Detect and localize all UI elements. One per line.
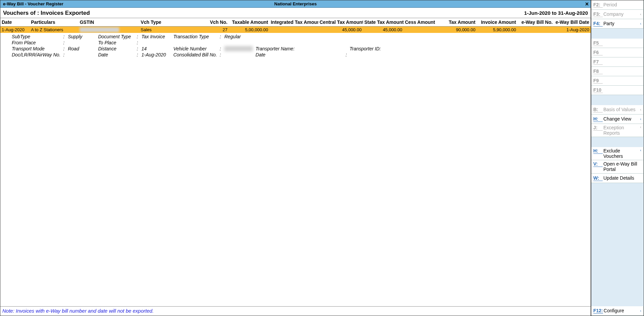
btn-f5: F5	[591, 39, 644, 48]
btn-f7: F7	[591, 57, 644, 67]
val-transporterid	[382, 46, 412, 52]
sidebar-spacer	[591, 95, 644, 105]
sidebar: F2:Period F3:Company ‹ F4:Party ‹ F5 F6 …	[591, 0, 644, 316]
val-distance: 14	[140, 46, 172, 52]
grid-header-row: Date Particulars GSTIN Vch Type Vch No. …	[0, 18, 591, 27]
val-subtype: Supply	[66, 34, 97, 40]
report-title: Vouchers of : Invoices Exported	[3, 10, 90, 16]
sidebar-spacer	[591, 137, 644, 147]
titlebar: e-Way Bill - Voucher Register National E…	[0, 0, 591, 8]
lbl-txntype: Transaction Type	[172, 34, 218, 40]
lbl-subtype: SubType	[10, 34, 62, 40]
val-docdate: 1-Aug-2020	[140, 52, 172, 58]
cell-sgst: 45,000.00	[363, 27, 404, 33]
lbl-transportername: Transporter Name:	[254, 46, 308, 52]
val-toplace	[140, 40, 172, 46]
lbl-transporterid: Transporter ID:	[348, 46, 382, 52]
cell-igst	[269, 27, 318, 33]
col-vchtype: Vch Type	[139, 18, 192, 27]
titlebar-company: National Enterprises	[274, 1, 317, 6]
cell-invamt: 5,90,000.00	[477, 27, 517, 33]
btn-f9: F9	[591, 76, 644, 86]
val-txntype: Regular	[223, 34, 254, 40]
val-transportmode: Road	[66, 46, 97, 52]
btn-j-exception[interactable]: J:Exception Reports ‹	[591, 124, 644, 137]
lbl-distance: Distance	[97, 46, 135, 52]
btn-f8: F8	[591, 67, 644, 76]
chevron-left-icon: ‹	[640, 12, 641, 16]
val-doctype: Tax Invoice	[140, 34, 172, 40]
cell-party: A to Z Stationers	[30, 27, 78, 33]
cell-ewbno	[517, 27, 554, 33]
col-taxable: Taxable Amount	[229, 18, 269, 27]
col-taxamt: Tax Amount	[436, 18, 477, 27]
btn-w-update[interactable]: W:Update Details	[591, 174, 644, 183]
col-cess: Cess Amount	[404, 18, 436, 27]
close-icon[interactable]: ×	[583, 1, 591, 7]
val-transportername	[308, 46, 348, 52]
chevron-left-icon: ‹	[640, 125, 641, 129]
btn-f3-company[interactable]: F3:Company ‹	[591, 10, 644, 19]
report-subheader: Vouchers of : Invoices Exported 1-Jun-20…	[0, 8, 591, 18]
btn-f2-period[interactable]: F2:Period	[591, 0, 644, 10]
cell-date: 1-Aug-2020	[0, 27, 30, 33]
col-ewbno: e-Way Bill No.	[517, 18, 554, 27]
lbl-doctype: Document Type	[97, 34, 135, 40]
lbl-transportmode: Transport Mode	[10, 46, 62, 52]
cell-ewbdate: 1-Aug-2020	[554, 27, 591, 33]
lbl-toplace: To Place	[97, 40, 135, 46]
col-gstin: GSTIN	[78, 18, 139, 27]
lbl-consdate: Date	[254, 52, 308, 58]
lbl-vehicleno: Vehicle Number	[172, 46, 218, 52]
lbl-doclr: Doc/LR/RR/AirWay No.	[10, 52, 62, 58]
col-vchno: Vch No.	[192, 18, 229, 27]
chevron-left-icon: ‹	[640, 148, 641, 152]
sidebar-flex	[591, 183, 644, 306]
sidebar-spacer	[591, 29, 644, 39]
chevron-left-icon: ‹	[640, 107, 641, 112]
chevron-left-icon: ‹	[640, 309, 641, 313]
btn-h-changeview[interactable]: H:Change View ‹	[591, 115, 644, 124]
col-ewbdate: e-Way Bill Date	[554, 18, 591, 27]
cell-cgst: 45,000.00	[318, 27, 363, 33]
col-cgst: Central Tax Amount	[318, 18, 363, 27]
table-row[interactable]: 1-Aug-2020 A to Z Stationers 29AABCF9999…	[0, 27, 591, 33]
report-period: 1-Jun-2020 to 31-Aug-2020	[524, 10, 588, 16]
col-igst: Integrated Tax Amount	[269, 18, 318, 27]
btn-f12-configure[interactable]: F12:Configure ‹	[591, 306, 644, 316]
titlebar-left: e-Way Bill - Voucher Register	[0, 1, 66, 6]
val-doclr	[66, 52, 97, 58]
cell-taxable: 5,00,000.00	[229, 27, 269, 33]
chevron-left-icon: ‹	[640, 21, 641, 26]
col-sgst: State Tax Amount	[363, 18, 404, 27]
val-vehicleno: KA51HA1234	[223, 46, 254, 52]
col-particulars: Particulars	[30, 18, 78, 27]
cell-vchtype: Sales	[139, 27, 192, 33]
lbl-docdate: Date	[97, 52, 135, 58]
cell-vchno: 27	[192, 27, 229, 33]
col-invamt: Invoice Amount	[477, 18, 517, 27]
val-consdate	[348, 52, 382, 58]
chevron-left-icon: ‹	[640, 117, 641, 121]
btn-f4-party[interactable]: F4:Party ‹	[591, 19, 644, 29]
footer-note: Note: Invoices with e-Way bill number an…	[0, 306, 591, 316]
voucher-grid: Date Particulars GSTIN Vch Type Vch No. …	[0, 18, 591, 33]
btn-f10: F10	[591, 86, 644, 95]
btn-b-basis[interactable]: B:Basis of Values ‹	[591, 105, 644, 115]
main-panel: e-Way Bill - Voucher Register National E…	[0, 0, 591, 316]
lbl-fromplace: From Place	[10, 40, 62, 46]
cell-taxamt: 90,000.00	[436, 27, 477, 33]
btn-h-exclude[interactable]: H:Exclude Vouchers ‹	[591, 147, 644, 160]
voucher-detail: SubType: Supply Document Type: Tax Invoi…	[0, 33, 591, 58]
cell-gstin: 29AABCF9999K1Z6	[78, 27, 139, 33]
val-fromplace	[66, 40, 97, 46]
val-consbill	[223, 52, 254, 58]
col-date: Date	[0, 18, 30, 27]
cell-cess	[404, 27, 436, 33]
lbl-consbill: Consolidated Bill No.	[172, 52, 218, 58]
btn-v-portal[interactable]: V:Open e-Way Bill Portal	[591, 160, 644, 173]
btn-f6: F6	[591, 48, 644, 57]
